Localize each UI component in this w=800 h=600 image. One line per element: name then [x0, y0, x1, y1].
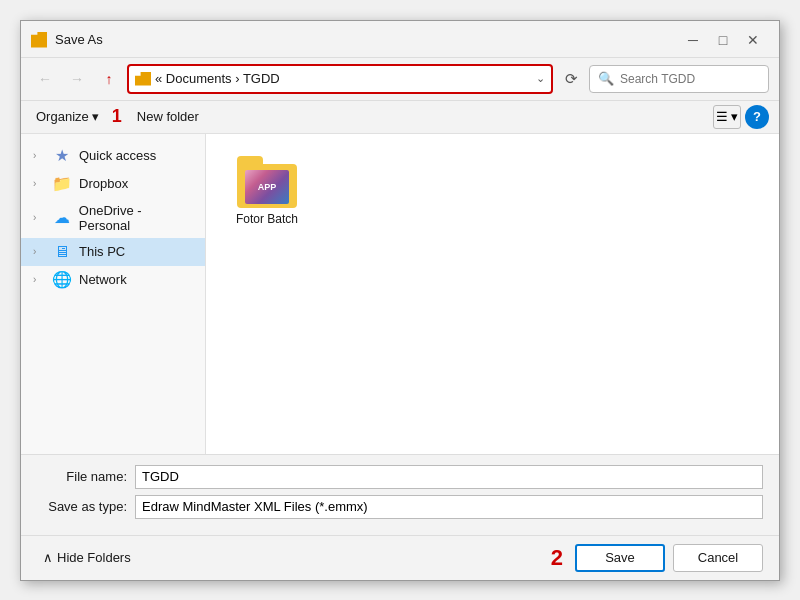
window-controls: ─ □ ✕ [679, 29, 767, 51]
filename-input[interactable] [135, 465, 763, 489]
main-content: › ★ Quick access › 📁 Dropbox › ☁ OneDriv… [21, 134, 779, 454]
organize-button[interactable]: Organize ▾ [31, 106, 104, 127]
dropbox-folder-icon: 📁 [53, 175, 71, 193]
new-folder-button[interactable]: New folder [132, 106, 204, 127]
folder-body: APP [237, 164, 297, 208]
onedrive-cloud-icon: ☁ [53, 209, 71, 227]
help-button[interactable]: ? [745, 105, 769, 129]
quick-access-label: Quick access [79, 148, 156, 163]
annotation-2: 2 [551, 547, 563, 569]
filetype-label: Save as type: [37, 499, 127, 514]
action-bar: ∧ Hide Folders 2 Save Cancel [21, 535, 779, 580]
save-as-dialog: Save As ─ □ ✕ ← → ↑ « Documents › TGDD ⌄… [20, 20, 780, 581]
sidebar-item-this-pc[interactable]: › 🖥 This PC [21, 238, 205, 266]
this-pc-label: This PC [79, 244, 125, 259]
filename-row: File name: [37, 465, 763, 489]
organize-label: Organize [36, 109, 89, 124]
dropbox-label: Dropbox [79, 176, 128, 191]
quick-access-star-icon: ★ [53, 147, 71, 165]
hide-folders-chevron-icon: ∧ [43, 550, 53, 565]
sidebar: › ★ Quick access › 📁 Dropbox › ☁ OneDriv… [21, 134, 206, 454]
refresh-button[interactable]: ⟳ [557, 65, 585, 93]
network-icon: 🌐 [53, 271, 71, 289]
onedrive-label: OneDrive - Personal [79, 203, 195, 233]
this-pc-computer-icon: 🖥 [53, 243, 71, 261]
address-chevron-icon: ⌄ [536, 72, 545, 85]
address-folder-icon [135, 72, 151, 86]
annotation-1: 1 [112, 106, 122, 127]
cancel-button[interactable]: Cancel [673, 544, 763, 572]
file-area: APP Fotor Batch [206, 134, 779, 454]
hide-folders-button[interactable]: ∧ Hide Folders [37, 547, 137, 568]
this-pc-chevron-icon: › [33, 246, 45, 257]
file-name-label: Fotor Batch [236, 212, 298, 226]
organize-bar: Organize ▾ 1 New folder ☰ ▾ ? [21, 101, 779, 134]
network-chevron-icon: › [33, 274, 45, 285]
hide-folders-label: Hide Folders [57, 550, 131, 565]
search-box[interactable]: 🔍 [589, 65, 769, 93]
onedrive-chevron-icon: › [33, 212, 45, 223]
save-button[interactable]: Save [575, 544, 665, 572]
sidebar-item-quick-access[interactable]: › ★ Quick access [21, 142, 205, 170]
dialog-icon [31, 32, 47, 48]
quick-access-chevron-icon: › [33, 150, 45, 161]
close-button[interactable]: ✕ [739, 29, 767, 51]
minimize-button[interactable]: ─ [679, 29, 707, 51]
sidebar-item-network[interactable]: › 🌐 Network [21, 266, 205, 294]
bottom-panel: File name: Save as type: Edraw MindMaste… [21, 454, 779, 535]
sidebar-item-dropbox[interactable]: › 📁 Dropbox [21, 170, 205, 198]
folder-icon: APP [237, 156, 297, 208]
address-path: « Documents › TGDD [155, 71, 280, 86]
forward-button[interactable]: → [63, 66, 91, 92]
filetype-select[interactable]: Edraw MindMaster XML Files (*.emmx) [135, 495, 763, 519]
dropbox-chevron-icon: › [33, 178, 45, 189]
maximize-button[interactable]: □ [709, 29, 737, 51]
back-button[interactable]: ← [31, 66, 59, 92]
title-bar: Save As ─ □ ✕ [21, 21, 779, 58]
list-item[interactable]: APP Fotor Batch [222, 150, 312, 232]
search-input[interactable] [620, 72, 760, 86]
filename-label: File name: [37, 469, 127, 484]
address-bar[interactable]: « Documents › TGDD ⌄ [127, 64, 553, 94]
sidebar-item-onedrive[interactable]: › ☁ OneDrive - Personal [21, 198, 205, 238]
organize-chevron-icon: ▾ [92, 109, 99, 124]
filetype-row: Save as type: Edraw MindMaster XML Files… [37, 495, 763, 519]
view-controls: ☰ ▾ ? [713, 105, 769, 129]
up-button[interactable]: ↑ [95, 66, 123, 92]
view-toggle-button[interactable]: ☰ ▾ [713, 105, 741, 129]
action-buttons: 2 Save Cancel [551, 544, 763, 572]
network-label: Network [79, 272, 127, 287]
dialog-title: Save As [55, 32, 671, 47]
nav-toolbar: ← → ↑ « Documents › TGDD ⌄ ⟳ 🔍 [21, 58, 779, 101]
folder-thumbnail: APP [245, 170, 289, 204]
search-icon: 🔍 [598, 71, 614, 86]
